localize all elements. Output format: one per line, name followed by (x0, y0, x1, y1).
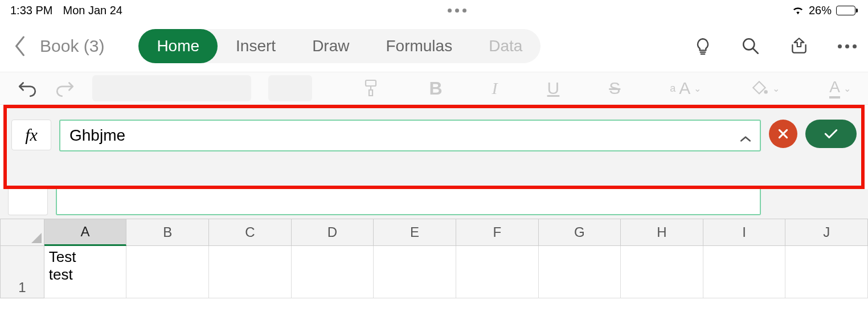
col-header-i[interactable]: I (703, 219, 786, 246)
tab-insert[interactable]: Insert (218, 29, 294, 63)
col-header-d[interactable]: D (292, 219, 374, 246)
wifi-icon (792, 5, 804, 15)
italic-button[interactable]: I (492, 79, 498, 98)
tab-home[interactable]: Home (138, 29, 218, 63)
formula-input[interactable]: Ghbjme (59, 120, 761, 151)
lightbulb-icon[interactable] (693, 36, 713, 56)
cell-c1[interactable] (209, 246, 292, 298)
confirm-edit-button[interactable] (805, 120, 857, 148)
underline-button[interactable]: U (547, 79, 560, 98)
cell-a1[interactable]: Test test (44, 246, 127, 298)
status-time: 1:33 PM (10, 4, 52, 17)
font-name-select[interactable] (92, 75, 251, 101)
fx-extension (8, 189, 48, 215)
status-date: Mon Jan 24 (63, 4, 122, 17)
col-header-j[interactable]: J (785, 219, 868, 246)
cell-b1[interactable] (126, 246, 209, 298)
search-icon[interactable] (741, 36, 760, 56)
multitask-dots[interactable] (122, 9, 792, 13)
battery-icon (836, 6, 858, 15)
formula-bar-highlight: fx Ghbjme (3, 105, 865, 189)
cell-d1[interactable] (292, 246, 374, 298)
col-header-g[interactable]: G (539, 219, 621, 246)
share-icon[interactable] (789, 36, 809, 56)
formula-bar-extension (0, 189, 868, 219)
document-title[interactable]: Book (3) (40, 36, 104, 56)
svg-rect-1 (366, 80, 376, 86)
column-headers: A B C D E F G H I J (0, 219, 868, 246)
col-header-a[interactable]: A (44, 219, 127, 246)
strike-button[interactable]: S (609, 79, 620, 98)
font-size-select[interactable] (268, 75, 312, 101)
col-header-b[interactable]: B (126, 219, 209, 246)
tab-formulas[interactable]: Formulas (367, 29, 470, 63)
cell-f1[interactable] (456, 246, 539, 298)
cancel-edit-button[interactable] (769, 120, 797, 148)
formula-input-extension[interactable] (56, 189, 761, 215)
formula-value: Ghbjme (69, 126, 125, 145)
back-button[interactable] (6, 36, 34, 56)
format-toolbar: B I U S aA⌄ ⌄ A ⌄ (0, 72, 868, 105)
col-header-c[interactable]: C (209, 219, 292, 246)
cell-i1[interactable] (703, 246, 786, 298)
format-painter-button[interactable] (362, 79, 380, 98)
undo-button[interactable] (17, 79, 38, 97)
row-header-1[interactable]: 1 (0, 246, 44, 298)
col-header-f[interactable]: F (456, 219, 539, 246)
spreadsheet-grid: A B C D E F G H I J 1 Test test (0, 219, 868, 298)
ribbon-tabs: Home Insert Draw Formulas Data (138, 29, 541, 63)
col-header-h[interactable]: H (621, 219, 703, 246)
redo-button[interactable] (55, 79, 75, 97)
bold-button[interactable]: B (429, 78, 443, 99)
tab-draw[interactable]: Draw (294, 29, 367, 63)
cell-e1[interactable] (374, 246, 456, 298)
more-icon[interactable] (838, 44, 857, 48)
app-header: Book (3) Home Insert Draw Formulas Data (0, 20, 868, 72)
battery-pct: 26% (809, 4, 832, 17)
collapse-formula-icon[interactable] (739, 129, 752, 147)
col-header-e[interactable]: E (374, 219, 456, 246)
cell-j1[interactable] (785, 246, 868, 298)
tab-data[interactable]: Data (470, 29, 541, 63)
font-size-button[interactable]: aA⌄ (670, 79, 701, 98)
fill-color-button[interactable]: ⌄ (751, 80, 780, 97)
fx-button[interactable]: fx (11, 120, 51, 150)
cell-h1[interactable] (621, 246, 703, 298)
cell-g1[interactable] (539, 246, 621, 298)
font-color-button[interactable]: A ⌄ (829, 78, 851, 99)
grid-row: 1 Test test (0, 246, 868, 298)
select-all-corner[interactable] (0, 219, 44, 246)
status-bar: 1:33 PM Mon Jan 24 26% (0, 0, 868, 20)
svg-point-2 (764, 90, 768, 93)
